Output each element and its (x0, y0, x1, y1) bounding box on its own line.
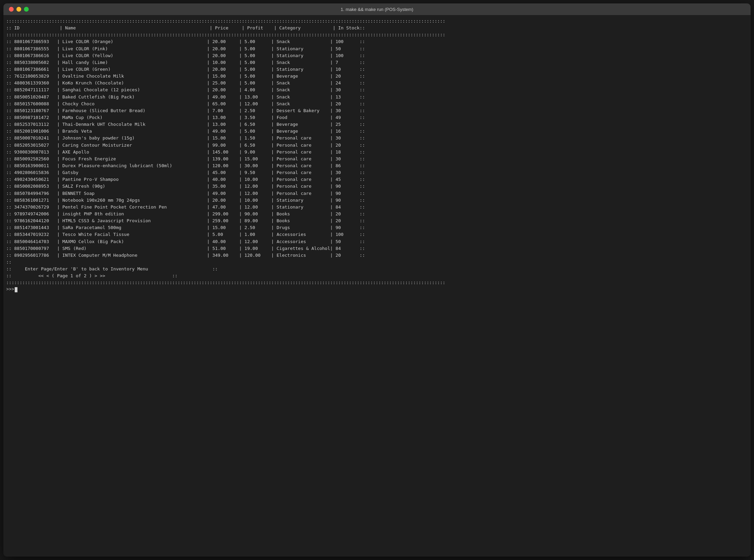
terminal-window: 1. make && make run (POS-System) :::::::… (3, 3, 751, 557)
terminal-content: ::::::::::::::::::::::::::::::::::::::::… (3, 18, 751, 286)
prompt-line: >>> (3, 286, 751, 293)
terminal-body[interactable]: ::::::::::::::::::::::::::::::::::::::::… (3, 15, 751, 557)
cursor (15, 287, 17, 292)
window-title: 1. make && make run (POS-System) (341, 7, 413, 12)
close-button[interactable] (9, 7, 14, 12)
prompt-text: >>> (6, 286, 14, 293)
minimize-button[interactable] (16, 7, 21, 12)
traffic-lights (9, 7, 29, 12)
titlebar: 1. make && make run (POS-System) (3, 3, 751, 15)
maximize-button[interactable] (24, 7, 29, 12)
